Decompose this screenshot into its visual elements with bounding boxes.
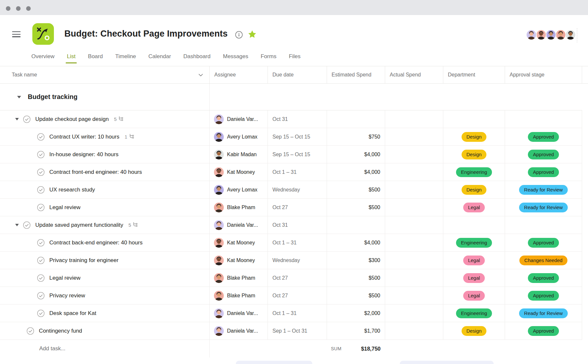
avatar[interactable]: [536, 29, 547, 40]
window-control-dot[interactable]: [16, 6, 21, 11]
task-name-cell[interactable]: Contingency fund: [0, 322, 210, 339]
tab-board[interactable]: Board: [88, 50, 103, 63]
approval-stage-cell[interactable]: Ready for Review: [505, 181, 582, 198]
task-expand-caret-icon[interactable]: [15, 118, 19, 121]
actual-spend-cell[interactable]: [385, 110, 443, 128]
department-cell[interactable]: Legal: [443, 269, 505, 287]
task-title[interactable]: Update checkout page design: [35, 116, 109, 123]
task-title[interactable]: Contract back-end engineer: 40 hours: [49, 240, 142, 246]
task-title[interactable]: Legal review: [49, 275, 80, 281]
favorite-star-icon[interactable]: [248, 30, 257, 39]
assignee-cell[interactable]: Daniela Var...: [210, 305, 268, 322]
due-date-cell[interactable]: Oct 1 – 31: [268, 163, 327, 181]
column-header-approval-stage[interactable]: Approval stage: [505, 66, 582, 83]
due-date-cell[interactable]: Oct 27: [268, 269, 327, 287]
due-date-cell[interactable]: Wednesday: [268, 252, 327, 269]
add-task-button[interactable]: Add task...: [39, 345, 65, 352]
estimated-spend-cell[interactable]: $2,000: [327, 305, 385, 322]
task-complete-check-icon[interactable]: [26, 327, 34, 335]
approval-stage-badge[interactable]: Approved: [528, 132, 559, 142]
department-cell[interactable]: Legal: [443, 199, 505, 216]
department-cell[interactable]: Engineering: [443, 305, 505, 322]
approval-stage-badge[interactable]: Approved: [528, 167, 559, 177]
estimated-spend-cell[interactable]: $4,000: [327, 146, 385, 163]
task-complete-check-icon[interactable]: [37, 204, 45, 211]
task-complete-check-icon[interactable]: [37, 274, 45, 282]
task-title[interactable]: UX research study: [49, 187, 95, 193]
task-name-cell[interactable]: Desk space for Kat: [0, 305, 210, 322]
approval-stage-cell[interactable]: Approved: [505, 163, 582, 181]
task-title[interactable]: Contract UX writer: 10 hours: [49, 134, 119, 140]
assignee-cell[interactable]: Avery Lomax: [210, 181, 268, 198]
actual-spend-cell[interactable]: [385, 199, 443, 216]
task-complete-check-icon[interactable]: [37, 133, 45, 141]
tab-calendar[interactable]: Calendar: [148, 50, 171, 63]
window-control-dot[interactable]: [26, 6, 31, 11]
task-complete-check-icon[interactable]: [23, 221, 31, 229]
department-cell[interactable]: Legal: [443, 252, 505, 269]
task-complete-check-icon[interactable]: [37, 256, 45, 264]
department-cell[interactable]: Legal: [443, 287, 505, 304]
column-header-assignee[interactable]: Assignee: [210, 66, 268, 83]
task-name-cell[interactable]: Contract UX writer: 10 hours1: [0, 128, 210, 145]
task-name-cell[interactable]: UX research study: [0, 181, 210, 198]
tab-overview[interactable]: Overview: [31, 50, 55, 63]
task-title[interactable]: Update saved payment functionality: [35, 222, 123, 228]
avatar[interactable]: [555, 29, 566, 40]
approval-stage-cell[interactable]: [505, 110, 582, 128]
assignee-cell[interactable]: Kat Mooney: [210, 163, 268, 181]
approval-stage-cell[interactable]: Approved: [505, 128, 582, 145]
task-name-cell[interactable]: Update checkout page design5: [0, 110, 210, 128]
task-complete-check-icon[interactable]: [37, 309, 45, 317]
estimated-spend-cell[interactable]: $4,000: [327, 234, 385, 251]
actual-spend-cell[interactable]: [385, 269, 443, 287]
task-name-cell[interactable]: Update saved payment functionality5: [0, 216, 210, 234]
approval-stage-cell[interactable]: Changes Needed: [505, 252, 582, 269]
column-header-due-date[interactable]: Due date: [268, 66, 327, 83]
due-date-cell[interactable]: Oct 31: [268, 216, 327, 234]
estimated-spend-cell[interactable]: [327, 110, 385, 128]
tab-timeline[interactable]: Timeline: [115, 50, 136, 63]
approval-stage-badge[interactable]: Approved: [528, 273, 559, 283]
department-badge[interactable]: Engineering: [456, 238, 492, 248]
estimated-spend-cell[interactable]: $500: [327, 287, 385, 304]
section-title[interactable]: Budget tracking: [28, 93, 77, 101]
estimated-spend-cell[interactable]: $4,000: [327, 163, 385, 181]
department-cell[interactable]: Design: [443, 322, 505, 339]
department-cell[interactable]: Engineering: [443, 234, 505, 251]
approval-stage-cell[interactable]: Approved: [505, 269, 582, 287]
actual-spend-cell[interactable]: [385, 181, 443, 198]
task-complete-check-icon[interactable]: [23, 115, 31, 123]
approval-stage-badge[interactable]: Approved: [528, 326, 559, 336]
actual-spend-cell[interactable]: [385, 322, 443, 339]
hamburger-menu-icon[interactable]: [12, 31, 21, 38]
approval-stage-cell[interactable]: Approved: [505, 234, 582, 251]
due-date-cell[interactable]: Sep 15 – Oct 15: [268, 146, 327, 163]
task-name-cell[interactable]: Contract back-end engineer: 40 hours: [0, 234, 210, 251]
task-complete-check-icon[interactable]: [37, 292, 45, 300]
department-badge[interactable]: Design: [462, 132, 487, 142]
column-header-department[interactable]: Department: [443, 66, 505, 83]
approval-stage-badge[interactable]: Approved: [528, 238, 559, 248]
assignee-cell[interactable]: Daniela Var...: [210, 216, 268, 234]
assignee-cell[interactable]: Blake Pham: [210, 287, 268, 304]
tab-files[interactable]: Files: [289, 50, 301, 63]
actual-spend-cell[interactable]: [385, 216, 443, 234]
estimated-spend-cell[interactable]: $500: [327, 269, 385, 287]
due-date-cell[interactable]: Oct 31: [268, 110, 327, 128]
info-icon[interactable]: [235, 31, 243, 39]
assignee-cell[interactable]: Daniela Var...: [210, 110, 268, 128]
department-badge[interactable]: Engineering: [456, 167, 492, 177]
task-complete-check-icon[interactable]: [37, 239, 45, 247]
task-name-cell[interactable]: Legal review: [0, 199, 210, 216]
estimated-spend-cell[interactable]: $1,700: [327, 322, 385, 339]
department-badge[interactable]: Design: [462, 326, 487, 336]
assignee-cell[interactable]: Daniela Var...: [210, 322, 268, 339]
actual-spend-cell[interactable]: [385, 287, 443, 304]
approval-stage-cell[interactable]: Ready for Review: [505, 199, 582, 216]
task-title[interactable]: Privacy review: [49, 292, 85, 299]
task-name-cell[interactable]: Legal review: [0, 269, 210, 287]
tab-messages[interactable]: Messages: [223, 50, 248, 63]
task-name-cell[interactable]: Privacy review: [0, 287, 210, 304]
subtask-count[interactable]: 1: [124, 134, 134, 140]
